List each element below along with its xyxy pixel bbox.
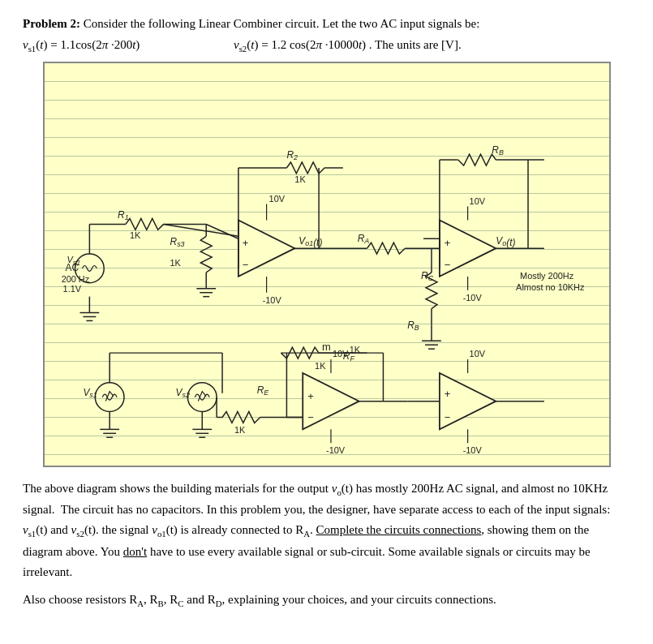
svg-line-37 — [163, 224, 238, 236]
svg-text:1K: 1K — [234, 425, 245, 435]
signal2: vs2(t) = 1.2 cos(2π ·10000t) . The units… — [234, 38, 630, 54]
svg-text:RA: RA — [357, 233, 369, 245]
svg-text:1K: 1K — [129, 230, 140, 240]
svg-text:1K: 1K — [315, 360, 326, 370]
problem-description: Consider the following Linear Combiner c… — [84, 17, 480, 30]
circuit-diagram: AC 200 Hz 1.1V Vs1 R1 1K Rs3 1K — [43, 62, 611, 467]
svg-point-67 — [95, 382, 124, 411]
problem-container: Problem 2: Consider the following Linear… — [23, 15, 630, 612]
svg-text:−: − — [444, 411, 450, 423]
signal1: vs1(t) = 1.1cos(2π ·200t) — [23, 38, 234, 54]
svg-text:1K: 1K — [170, 257, 181, 267]
svg-text:10V: 10V — [469, 195, 485, 205]
svg-text:Vs1: Vs1 — [83, 386, 97, 398]
svg-text:-10V: -10V — [326, 445, 346, 455]
svg-text:RB: RB — [492, 144, 504, 157]
problem-label: Problem 2: — [23, 17, 80, 30]
svg-text:R1: R1 — [118, 209, 129, 221]
svg-point-69 — [187, 382, 217, 411]
problem-header: Problem 2: Consider the following Linear… — [23, 15, 630, 33]
svg-text:+: + — [242, 237, 248, 249]
svg-text:-10V: -10V — [262, 294, 281, 304]
svg-text:10V: 10V — [269, 193, 285, 203]
svg-text:RE: RE — [256, 384, 269, 396]
svg-text:+: + — [444, 387, 450, 399]
svg-text:−: − — [444, 258, 450, 270]
svg-text:−: − — [307, 411, 314, 423]
svg-text:Vs2: Vs2 — [175, 386, 189, 398]
svg-text:1.1V: 1.1V — [62, 283, 81, 293]
svg-text:1K: 1K — [349, 345, 360, 354]
paragraph-2: Also choose resistors RA, RB, RC and RD,… — [23, 590, 630, 612]
svg-text:10V: 10V — [469, 349, 485, 358]
body-text: The above diagram shows the building mat… — [23, 479, 630, 612]
svg-text:RB: RB — [407, 320, 419, 332]
signals-line: vs1(t) = 1.1cos(2π ·200t) vs2(t) = 1.2 c… — [23, 38, 630, 54]
svg-text:Almost no 10KHz: Almost no 10KHz — [516, 281, 585, 291]
svg-text:-10V: -10V — [462, 445, 482, 455]
paragraph-1: The above diagram shows the building mat… — [23, 479, 630, 582]
svg-text:200 Hz: 200 Hz — [61, 273, 89, 283]
svg-text:+: + — [307, 389, 314, 401]
svg-text:Vo(t): Vo(t) — [496, 235, 515, 248]
svg-text:1K: 1K — [294, 174, 306, 183]
svg-text:Mostly 200Hz: Mostly 200Hz — [520, 270, 574, 280]
svg-text:−: − — [242, 258, 248, 270]
svg-text:Rs3: Rs3 — [170, 236, 184, 248]
svg-text:+: + — [444, 237, 450, 249]
svg-text:m: m — [322, 341, 331, 353]
svg-text:R2: R2 — [286, 149, 298, 161]
svg-text:-10V: -10V — [462, 292, 482, 302]
